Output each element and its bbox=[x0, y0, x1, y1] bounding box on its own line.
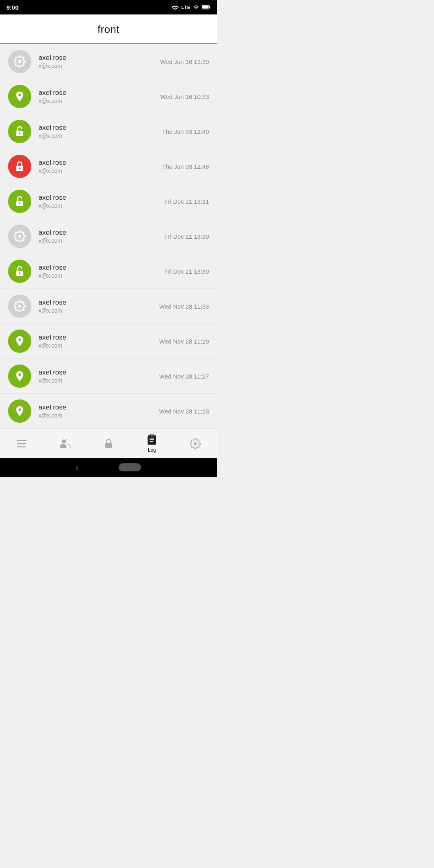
avatar bbox=[8, 364, 31, 388]
item-email: x@x.com bbox=[39, 377, 159, 384]
avatar bbox=[8, 50, 31, 73]
nav-item-log[interactable]: Log bbox=[140, 431, 164, 456]
avatar bbox=[8, 330, 31, 353]
activity-list: axel rose x@x.com Wed Jan 16 13:39 axel … bbox=[0, 44, 217, 429]
avatar bbox=[8, 399, 31, 423]
nav-item-menu[interactable] bbox=[10, 435, 34, 452]
svg-rect-16 bbox=[17, 446, 26, 447]
svg-point-13 bbox=[18, 305, 21, 308]
item-email: x@x.com bbox=[39, 98, 160, 104]
list-item[interactable]: axel rose x@x.com Fri Dec 21 13:31 bbox=[0, 184, 217, 219]
item-email: x@x.com bbox=[39, 237, 164, 244]
svg-point-7 bbox=[19, 168, 21, 170]
item-name: axel rose bbox=[39, 124, 162, 132]
list-item[interactable]: axel rose x@x.com Wed Jan 16 10:33 bbox=[0, 79, 217, 114]
svg-point-9 bbox=[19, 203, 21, 205]
item-name: axel rose bbox=[39, 89, 160, 97]
item-date: Wed Nov 28 11:33 bbox=[159, 303, 209, 310]
item-date: Fri Dec 21 13:31 bbox=[164, 198, 209, 205]
svg-point-17 bbox=[62, 439, 66, 443]
wifi-icon bbox=[172, 4, 179, 10]
list-item[interactable]: axel rose x@x.com Wed Jan 16 13:39 bbox=[0, 44, 217, 79]
svg-rect-20 bbox=[149, 438, 154, 438]
status-icons: LTE bbox=[172, 4, 211, 10]
item-name: axel rose bbox=[39, 403, 159, 411]
svg-rect-21 bbox=[149, 439, 154, 440]
item-name: axel rose bbox=[39, 299, 159, 307]
nav-item-settings[interactable] bbox=[183, 435, 207, 452]
avatar bbox=[8, 155, 31, 178]
svg-point-12 bbox=[19, 272, 21, 274]
lock-nav-icon bbox=[103, 438, 114, 449]
item-date: Thu Jan 03 12:49 bbox=[162, 128, 209, 135]
svg-point-10 bbox=[18, 235, 21, 238]
item-info: axel rose x@x.com bbox=[39, 159, 162, 174]
item-info: axel rose x@x.com bbox=[39, 368, 159, 384]
item-date: Wed Jan 16 13:39 bbox=[160, 58, 209, 65]
svg-point-25 bbox=[194, 442, 197, 445]
avatar bbox=[8, 225, 31, 248]
svg-rect-1 bbox=[209, 6, 210, 8]
list-item[interactable]: axel rose x@x.com Wed Nov 28 11:27 bbox=[0, 359, 217, 394]
signal-icon bbox=[193, 4, 199, 10]
svg-rect-22 bbox=[149, 441, 153, 442]
item-date: Wed Nov 28 11:29 bbox=[159, 338, 209, 345]
list-item[interactable]: axel rose x@x.com Fri Dec 21 13:30 bbox=[0, 254, 217, 289]
avatar bbox=[8, 120, 31, 143]
list-item[interactable]: axel rose x@x.com Wed Nov 28 11:29 bbox=[0, 324, 217, 359]
page-header: front bbox=[0, 14, 217, 44]
item-name: axel rose bbox=[39, 368, 159, 377]
item-email: x@x.com bbox=[39, 342, 159, 349]
nav-item-lock[interactable] bbox=[96, 435, 121, 452]
item-date: Wed Nov 28 11:27 bbox=[159, 373, 209, 380]
log-icon bbox=[146, 434, 158, 446]
item-name: axel rose bbox=[39, 229, 164, 237]
settings-icon bbox=[190, 438, 201, 449]
avatar bbox=[8, 190, 31, 213]
svg-point-3 bbox=[18, 60, 21, 63]
item-name: axel rose bbox=[39, 194, 164, 202]
status-bar: 9:00 LTE bbox=[0, 0, 217, 14]
item-email: x@x.com bbox=[39, 63, 160, 69]
home-button[interactable] bbox=[119, 463, 141, 471]
item-info: axel rose x@x.com bbox=[39, 334, 159, 349]
item-date: Fri Dec 21 13:30 bbox=[164, 233, 209, 240]
avatar bbox=[8, 260, 31, 283]
list-item[interactable]: axel rose x@x.com Wed Nov 28 11:33 bbox=[0, 289, 217, 324]
svg-rect-14 bbox=[17, 440, 26, 441]
item-name: axel rose bbox=[39, 54, 160, 62]
item-info: axel rose x@x.com bbox=[39, 124, 162, 139]
battery-icon bbox=[202, 5, 211, 10]
list-item[interactable]: axel rose x@x.com Wed Nov 28 11:23 bbox=[0, 394, 217, 429]
item-info: axel rose x@x.com bbox=[39, 264, 164, 279]
item-email: x@x.com bbox=[39, 168, 162, 174]
item-info: axel rose x@x.com bbox=[39, 299, 159, 314]
item-name: axel rose bbox=[39, 334, 159, 342]
menu-icon bbox=[16, 438, 27, 449]
item-info: axel rose x@x.com bbox=[39, 89, 160, 104]
back-button[interactable]: ‹ bbox=[76, 463, 79, 472]
svg-point-5 bbox=[19, 133, 21, 135]
item-name: axel rose bbox=[39, 264, 164, 272]
item-name: axel rose bbox=[39, 159, 162, 167]
users-icon bbox=[59, 438, 71, 449]
svg-rect-15 bbox=[17, 443, 26, 444]
item-date: Wed Nov 28 11:23 bbox=[159, 408, 209, 415]
item-date: Fri Dec 21 13:30 bbox=[164, 268, 209, 275]
svg-rect-24 bbox=[151, 434, 153, 436]
list-item[interactable]: axel rose x@x.com Fri Dec 21 13:30 bbox=[0, 219, 217, 254]
item-date: Wed Jan 16 10:33 bbox=[160, 93, 209, 100]
item-email: x@x.com bbox=[39, 272, 164, 279]
item-email: x@x.com bbox=[39, 307, 159, 314]
bottom-navigation: Log bbox=[0, 429, 217, 458]
avatar bbox=[8, 85, 31, 108]
android-nav-bar: ‹ bbox=[0, 458, 217, 477]
item-info: axel rose x@x.com bbox=[39, 54, 160, 69]
item-email: x@x.com bbox=[39, 133, 162, 139]
lte-label: LTE bbox=[181, 5, 190, 10]
list-item[interactable]: axel rose x@x.com Thu Jan 03 12:49 bbox=[0, 114, 217, 149]
svg-rect-2 bbox=[202, 6, 209, 8]
nav-item-users[interactable] bbox=[53, 435, 77, 452]
item-date: Thu Jan 03 12:48 bbox=[162, 163, 209, 170]
list-item[interactable]: axel rose x@x.com Thu Jan 03 12:48 bbox=[0, 149, 217, 184]
